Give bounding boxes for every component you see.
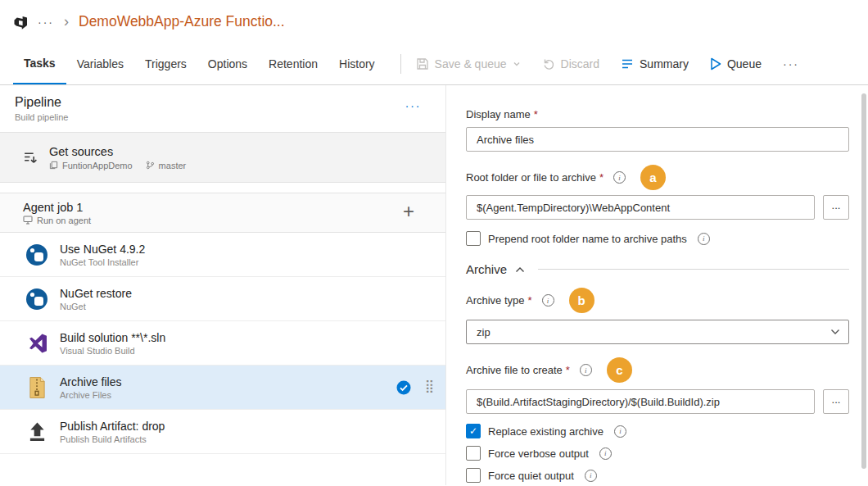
task-subtitle: NuGet	[60, 302, 132, 311]
tab-history[interactable]: History	[328, 43, 386, 84]
branch-icon	[146, 161, 155, 170]
agent-icon	[23, 216, 33, 225]
quiet-output-checkbox-row: Force quiet output i	[466, 468, 849, 483]
task-title: Publish Artifact: drop	[60, 420, 165, 433]
verbose-output-label: Force verbose output	[488, 447, 589, 460]
display-name-input[interactable]	[466, 127, 849, 152]
pipeline-subtitle: Build pipeline	[15, 112, 432, 122]
task-settings-panel: Display name * Root folder or file to ar…	[446, 85, 868, 485]
archive-file-input[interactable]	[466, 389, 815, 414]
save-queue-label: Save & queue	[435, 57, 507, 70]
summary-label: Summary	[640, 57, 689, 70]
selected-check-icon	[396, 380, 411, 395]
pipeline-more-button[interactable]: ···	[405, 98, 422, 112]
required-marker: *	[534, 108, 538, 120]
tab-variables[interactable]: Variables	[66, 43, 134, 84]
drag-handle-icon[interactable]: ⣿	[425, 379, 434, 393]
replace-archive-label: Replace existing archive	[488, 425, 604, 438]
root-folder-label-row: Root folder or file to archive * i a	[466, 165, 849, 190]
info-icon[interactable]: i	[599, 447, 612, 460]
undo-icon	[542, 57, 555, 70]
panel-gap	[0, 183, 445, 193]
tab-label: Options	[208, 57, 247, 70]
tab-options[interactable]: Options	[197, 43, 258, 84]
chevron-down-icon	[830, 329, 840, 335]
chevron-down-icon[interactable]	[513, 60, 521, 68]
archive-file-label-row: Archive file to create * i c	[466, 357, 849, 383]
agent-job-title: Agent job 1	[23, 201, 91, 214]
pipeline-panel: Pipeline Build pipeline ··· Get sources …	[0, 85, 446, 485]
task-title: Use NuGet 4.9.2	[60, 243, 145, 256]
summary-icon	[621, 57, 634, 70]
main-content: Pipeline Build pipeline ··· Get sources …	[0, 85, 868, 485]
get-sources-title: Get sources	[49, 145, 186, 158]
root-folder-browse-button[interactable]: ...	[823, 195, 849, 220]
task-title: Archive files	[60, 375, 121, 388]
quiet-output-checkbox[interactable]	[466, 468, 481, 483]
tab-triggers[interactable]: Triggers	[134, 43, 197, 84]
repo-name: FuntionAppDemo	[62, 161, 133, 170]
tab-retention[interactable]: Retention	[258, 43, 328, 84]
task-subtitle: Archive Files	[60, 390, 121, 400]
prepend-checkbox[interactable]	[466, 231, 481, 246]
archive-file-label: Archive file to create	[466, 364, 563, 376]
required-marker: *	[566, 364, 570, 376]
breadcrumb-more[interactable]: ···	[38, 16, 54, 29]
display-name-label-row: Display name *	[466, 108, 849, 120]
discard-label: Discard	[561, 57, 599, 70]
archive-section-header[interactable]: Archive	[466, 262, 849, 276]
chevron-up-icon	[515, 266, 525, 273]
summary-button[interactable]: Summary	[621, 57, 689, 70]
archive-type-select[interactable]: zip	[466, 320, 849, 344]
save-queue-button[interactable]: Save & queue	[416, 57, 521, 70]
verbose-output-checkbox[interactable]	[466, 446, 481, 461]
get-sources-icon	[23, 150, 38, 166]
vertical-scrollbar[interactable]	[860, 87, 868, 484]
archive-section-title: Archive	[466, 262, 507, 276]
tab-tasks[interactable]: Tasks	[13, 43, 66, 84]
scrollbar-thumb[interactable]	[861, 93, 866, 469]
pipeline-name-title[interactable]: DemoWebbApp-Azure Functio...	[79, 13, 285, 30]
archive-zip-icon	[25, 376, 49, 399]
more-actions-button[interactable]: ···	[783, 57, 799, 70]
add-task-button[interactable]: +	[403, 200, 414, 223]
task-row-archive-files[interactable]: Archive files Archive Files ⣿	[0, 366, 445, 410]
info-icon[interactable]: i	[698, 233, 710, 245]
discard-button[interactable]: Discard	[542, 57, 599, 70]
quiet-output-label: Force quiet output	[488, 470, 574, 482]
annotation-badge-c: c	[607, 357, 632, 383]
nuget-icon	[25, 288, 49, 311]
archive-type-label-row: Archive type * i b	[466, 288, 849, 313]
pipeline-title: Pipeline	[15, 95, 432, 110]
info-icon[interactable]: i	[613, 171, 626, 184]
annotation-badge-a: a	[640, 165, 666, 190]
agent-job-item[interactable]: Agent job 1 Run on agent +	[0, 193, 445, 233]
tab-label: Tasks	[24, 57, 56, 70]
replace-archive-checkbox[interactable]	[466, 424, 481, 438]
task-row-build-solution[interactable]: Build solution **\*.sln Visual Studio Bu…	[0, 321, 445, 366]
task-row-use-nuget[interactable]: Use NuGet 4.9.2 NuGet Tool Installer	[0, 233, 445, 277]
top-header: ··· › DemoWebbApp-Azure Functio...	[0, 0, 868, 43]
task-subtitle: Publish Build Artifacts	[60, 434, 165, 444]
get-sources-item[interactable]: Get sources FuntionAppDemo master	[0, 132, 445, 183]
archive-type-label: Archive type	[466, 294, 525, 307]
toolbar-separator	[400, 54, 401, 74]
info-icon[interactable]: i	[542, 294, 554, 307]
azure-devops-icon[interactable]	[13, 14, 29, 30]
pipeline-header: Pipeline Build pipeline ···	[0, 85, 445, 132]
info-icon[interactable]: i	[585, 470, 597, 482]
archive-file-browse-button[interactable]: ...	[823, 389, 849, 414]
info-icon[interactable]: i	[614, 425, 626, 438]
tab-label: Variables	[77, 57, 124, 70]
root-folder-input[interactable]	[466, 195, 815, 220]
task-title: NuGet restore	[60, 287, 132, 300]
task-row-publish-artifact[interactable]: Publish Artifact: drop Publish Build Art…	[0, 410, 445, 454]
queue-button[interactable]: Queue	[710, 57, 762, 70]
replace-archive-checkbox-row: Replace existing archive i	[466, 424, 849, 438]
tab-bar: Tasks Variables Triggers Options Retenti…	[0, 43, 868, 85]
publish-artifact-icon	[25, 421, 49, 443]
info-icon[interactable]: i	[580, 364, 592, 376]
task-row-nuget-restore[interactable]: NuGet restore NuGet	[0, 277, 445, 321]
verbose-output-checkbox-row: Force verbose output i	[466, 446, 849, 461]
play-icon	[710, 57, 721, 70]
